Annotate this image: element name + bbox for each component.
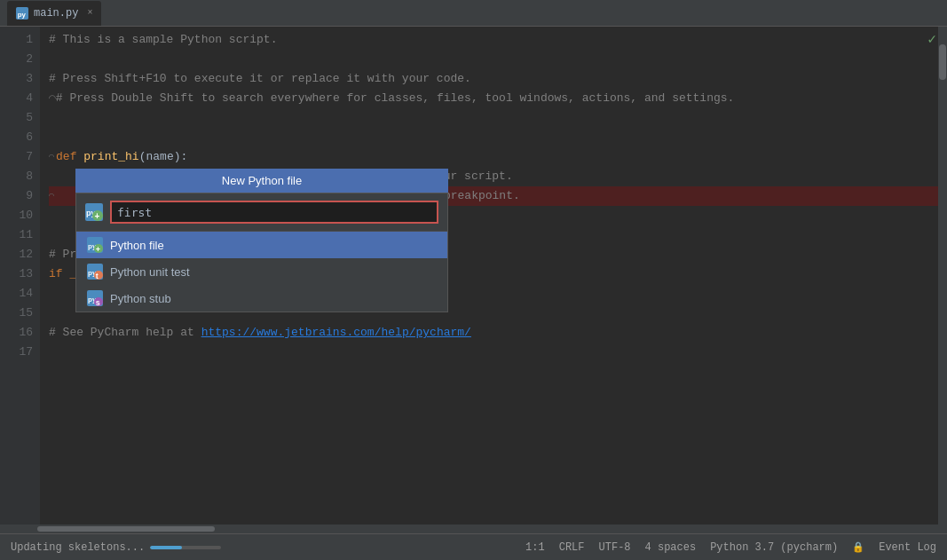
scrollbar-thumb[interactable] bbox=[939, 44, 946, 80]
python-stub-icon: py s bbox=[87, 290, 103, 306]
event-log-button[interactable]: Event Log bbox=[879, 541, 936, 554]
code-line-4: ⌒# Press Double Shift to search everywhe… bbox=[49, 89, 947, 108]
progress-bar-background bbox=[150, 546, 221, 549]
code-line-2 bbox=[49, 50, 947, 69]
python-file-item-icon: py + bbox=[87, 237, 103, 253]
code-line-17 bbox=[49, 343, 947, 362]
line-num-17: 17 bbox=[0, 343, 33, 362]
line-num-5: 5 bbox=[0, 108, 33, 128]
h-scrollbar-thumb[interactable] bbox=[37, 526, 215, 532]
python-unit-test-icon: py t bbox=[87, 264, 103, 280]
tab-close-button[interactable]: × bbox=[87, 8, 92, 18]
updating-skeletons-status: Updating skeletons... bbox=[11, 541, 221, 554]
code-line-6 bbox=[49, 128, 947, 147]
svg-text:s: s bbox=[96, 298, 100, 307]
line-num-7: 7 bbox=[0, 147, 33, 167]
code-line-3: # Press Shift+F10 to execute it or repla… bbox=[49, 69, 947, 89]
dropdown-item-python-stub-label: Python stub bbox=[110, 292, 171, 305]
dialog-input-row: py + bbox=[76, 193, 447, 232]
dropdown-item-python-unit-test-label: Python unit test bbox=[110, 265, 190, 279]
progress-bar-fill bbox=[150, 546, 182, 549]
line-ending[interactable]: CRLF bbox=[559, 541, 585, 554]
line-num-12: 12 bbox=[0, 245, 33, 264]
lock-icon: 🔒 bbox=[852, 541, 864, 553]
line-num-4: 4 bbox=[0, 89, 33, 108]
line-num-6: 6 bbox=[0, 128, 33, 147]
dropdown-item-python-file-label: Python file bbox=[110, 239, 164, 252]
status-bar: Updating skeletons... 1:1 CRLF UTF-8 4 s… bbox=[0, 533, 947, 560]
encoding[interactable]: UTF-8 bbox=[599, 541, 631, 554]
file-status-checkmark: ✓ bbox=[927, 30, 936, 50]
line-num-8: 8 bbox=[0, 167, 33, 186]
line-numbers-gutter: 1 2 3 4 5 6 7 8 9 10 11 12 13 14 15 16 1… bbox=[0, 27, 40, 525]
svg-text:py: py bbox=[18, 10, 27, 18]
line-num-9: 9 bbox=[0, 186, 33, 206]
new-python-file-dialog: New Python file py + py + bbox=[75, 169, 448, 312]
title-bar: py main.py × bbox=[0, 0, 947, 27]
dropdown-item-python-file[interactable]: py + Python file bbox=[76, 232, 447, 258]
svg-text:+: + bbox=[95, 211, 100, 221]
python-file-icon: py bbox=[16, 7, 28, 20]
python-version[interactable]: Python 3.7 (pycharm) bbox=[710, 541, 838, 554]
line-num-15: 15 bbox=[0, 304, 33, 323]
file-type-dropdown: py + Python file py t Python unit test bbox=[76, 232, 447, 312]
dropdown-item-python-unit-test[interactable]: py t Python unit test bbox=[76, 258, 447, 285]
line-num-14: 14 bbox=[0, 284, 33, 304]
line-num-13: 13 bbox=[0, 264, 33, 284]
dropdown-item-python-stub[interactable]: py s Python stub bbox=[76, 285, 447, 312]
dialog-title: New Python file bbox=[75, 169, 448, 193]
horizontal-scrollbar[interactable] bbox=[0, 525, 947, 533]
line-num-2: 2 bbox=[0, 50, 33, 69]
vertical-scrollbar[interactable] bbox=[938, 27, 947, 525]
status-bar-right: 1:1 CRLF UTF-8 4 spaces Python 3.7 (pych… bbox=[525, 541, 936, 554]
line-num-10: 10 bbox=[0, 206, 33, 225]
svg-text:t: t bbox=[96, 272, 99, 280]
file-tab[interactable]: py main.py × bbox=[7, 1, 101, 26]
line-num-16: 16 bbox=[0, 323, 33, 343]
svg-text:+: + bbox=[96, 245, 100, 254]
dialog-body: py + py + Python file bbox=[75, 193, 448, 312]
updating-text: Updating skeletons... bbox=[11, 541, 145, 554]
code-line-5 bbox=[49, 108, 947, 128]
line-num-3: 3 bbox=[0, 69, 33, 89]
line-num-11: 11 bbox=[0, 225, 33, 245]
tab-filename: main.py bbox=[34, 7, 78, 20]
dialog-file-icon: py + bbox=[85, 203, 103, 221]
code-line-7: ⌒def print_hi(name): bbox=[49, 147, 947, 167]
code-line-1: # This is a sample Python script. bbox=[49, 30, 947, 50]
indent-setting[interactable]: 4 spaces bbox=[645, 541, 697, 554]
code-line-16: # See PyCharm help at https://www.jetbra… bbox=[49, 323, 947, 343]
status-bar-left: Updating skeletons... bbox=[11, 541, 221, 554]
line-num-1: 1 bbox=[0, 30, 33, 50]
cursor-position[interactable]: 1:1 bbox=[525, 541, 545, 554]
new-file-name-input[interactable] bbox=[110, 201, 438, 224]
